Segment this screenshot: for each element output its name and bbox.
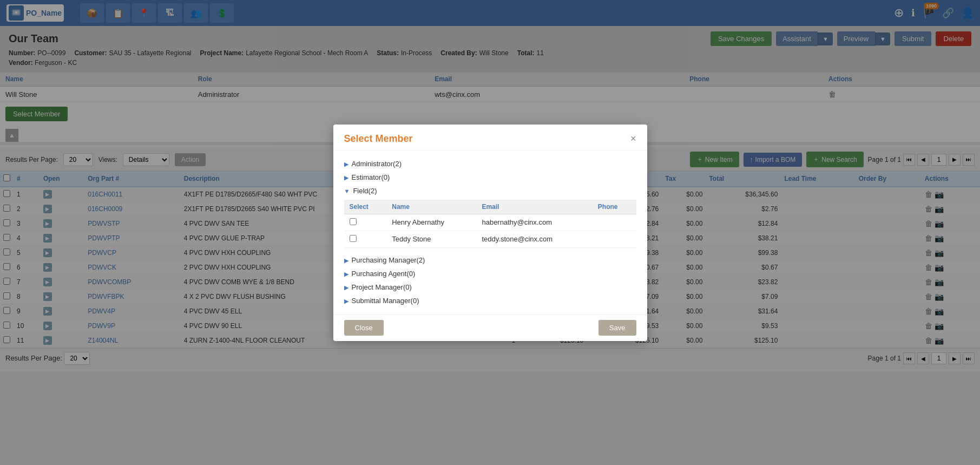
tree-expand-icon: ▶ [344,161,348,167]
tree-item[interactable]: ▶Purchasing Agent(0) [344,267,636,280]
sub-col-select: Select [344,200,387,214]
modal-title: Select Member [344,133,413,145]
modal-save-btn[interactable]: Save [598,320,636,336]
sub-col-email: Email [476,200,592,214]
tree-item[interactable]: ▶Administrator(2) [344,157,636,171]
tree-item[interactable]: ▶Purchasing Manager(2) [344,253,636,267]
member-row: Henry Abernathy habernathy@cinx.com [344,214,636,231]
tree-expand-icon: ▶ [344,284,348,291]
member-sub-table: Select Name Email Phone Henry Abernathy … [344,200,636,248]
tree-collapse-icon: ▼ [344,188,350,194]
member-phone [593,231,636,247]
modal-close-btn[interactable]: Close [344,320,384,336]
member-phone [593,214,636,231]
tree-item[interactable]: ▼Field(2) Select Name Email Phone Henry … [344,184,636,248]
tree-expand-icon: ▶ [344,271,348,277]
tree-item[interactable]: ▶Submittal Manager(0) [344,294,636,307]
tree-item[interactable]: ▶Estimator(0) [344,171,636,184]
modal-close-button[interactable]: × [630,133,636,145]
member-checkbox[interactable] [350,235,357,242]
member-checkbox[interactable] [350,218,357,225]
sub-col-phone: Phone [593,200,636,214]
tree-expand-icon: ▶ [344,298,348,304]
member-name: Henry Abernathy [386,214,476,231]
select-member-modal: Select Member × ▶Administrator(2)▶Estima… [333,125,647,341]
member-email: habernathy@cinx.com [476,214,592,231]
tree-expand-icon: ▶ [344,257,348,264]
modal-footer: Close Save [333,314,647,341]
modal-body: ▶Administrator(2)▶Estimator(0)▼Field(2) … [333,150,647,314]
member-name: Teddy Stone [386,231,476,247]
member-row: Teddy Stone teddy.stone@cinx.com [344,231,636,247]
tree-expand-icon: ▶ [344,174,348,181]
sub-col-name: Name [386,200,476,214]
member-email: teddy.stone@cinx.com [476,231,592,247]
modal-header: Select Member × [333,125,647,150]
modal-overlay: Select Member × ▶Administrator(2)▶Estima… [0,0,980,371]
tree-item[interactable]: ▶Project Manager(0) [344,280,636,294]
